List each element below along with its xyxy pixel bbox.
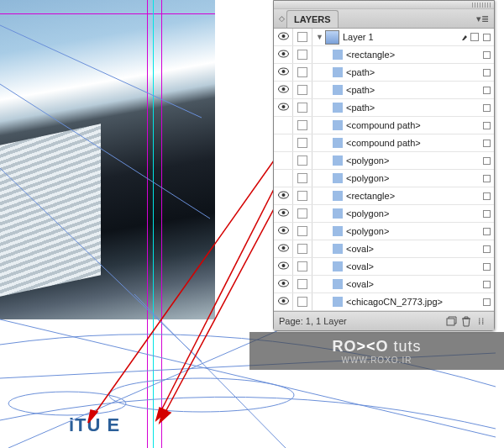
lock-toggle[interactable] — [297, 50, 307, 60]
selection-proxy[interactable] — [479, 281, 494, 288]
layer-row[interactable]: <oval> — [274, 258, 494, 276]
layer-row[interactable]: <path> — [274, 99, 494, 117]
lock-toggle[interactable] — [297, 32, 307, 42]
layer-item-name[interactable]: <compound path> — [346, 120, 460, 130]
selection-proxy[interactable] — [479, 69, 494, 76]
lock-toggle[interactable] — [297, 226, 307, 236]
visibility-icon[interactable] — [278, 279, 289, 289]
layer-row[interactable]: <polygon> — [274, 152, 494, 170]
visibility-icon[interactable] — [278, 67, 289, 77]
layer-item-name[interactable]: <compound path> — [346, 138, 460, 148]
layer-row[interactable]: <polygon> — [274, 205, 494, 223]
lock-toggle[interactable] — [297, 191, 307, 201]
layer-item-name[interactable]: <rectangle> — [346, 191, 460, 201]
lock-toggle[interactable] — [297, 103, 307, 113]
svg-point-9 — [281, 34, 285, 38]
layers-panel: ◇ LAYERS ▾≣ ▼Layer 1 <rectangle><path><p… — [273, 0, 495, 331]
guide-horizontal[interactable] — [0, 13, 215, 14]
sort-icon[interactable]: ◇ — [279, 14, 285, 23]
svg-point-15 — [281, 87, 285, 91]
layer-row[interactable]: <oval> — [274, 240, 494, 258]
layer-item-name[interactable]: <chicagoCN_2773.jpg> — [346, 297, 460, 307]
page-status: Page: 1, 1 Layer — [279, 316, 347, 326]
visibility-icon[interactable] — [278, 208, 289, 219]
lock-toggle[interactable] — [297, 297, 307, 307]
visibility-icon[interactable] — [278, 191, 289, 201]
lock-toggle[interactable] — [297, 244, 307, 254]
layer-row[interactable]: <path> — [274, 82, 494, 99]
selection-proxy[interactable] — [479, 210, 494, 218]
lock-toggle[interactable] — [297, 173, 307, 183]
visibility-icon[interactable] — [278, 226, 289, 236]
visibility-icon[interactable] — [278, 32, 289, 42]
selection-proxy[interactable] — [479, 34, 494, 41]
panel-gripper[interactable] — [274, 1, 494, 9]
svg-point-27 — [281, 193, 285, 197]
layer-item-name[interactable]: <polygon> — [346, 226, 460, 236]
selection-proxy[interactable] — [479, 122, 494, 129]
lock-toggle[interactable] — [297, 279, 307, 289]
layer-item-name[interactable]: <polygon> — [346, 155, 460, 166]
new-layer-button[interactable] — [444, 314, 459, 328]
visibility-icon[interactable] — [278, 261, 289, 271]
svg-point-11 — [281, 52, 285, 55]
selection-proxy[interactable] — [479, 87, 494, 94]
lock-toggle[interactable] — [297, 120, 307, 130]
layer-item-name[interactable]: <polygon> — [346, 173, 460, 183]
lock-toggle[interactable] — [297, 261, 307, 271]
layer-row[interactable]: <compound path> — [274, 134, 494, 152]
layer-item-name[interactable]: <polygon> — [346, 208, 460, 219]
lock-toggle[interactable] — [297, 138, 307, 148]
lock-toggle[interactable] — [297, 67, 307, 77]
selection-proxy[interactable] — [479, 228, 494, 235]
selection-proxy[interactable] — [479, 245, 494, 253]
layer-item-name[interactable]: <oval> — [346, 279, 460, 289]
selection-proxy[interactable] — [479, 192, 494, 200]
layer-row[interactable]: <rectangle> — [274, 187, 494, 205]
layer-item-name[interactable]: <path> — [346, 85, 460, 95]
color-swatch — [333, 138, 343, 148]
layer-item-name[interactable]: <path> — [346, 67, 460, 77]
layer-row[interactable]: <compound path> — [274, 117, 494, 134]
text-frame[interactable]: iTU E — [69, 414, 120, 436]
lock-toggle[interactable] — [297, 155, 307, 166]
document-canvas[interactable]: iTU E — [0, 0, 215, 448]
guide-vertical-2[interactable] — [153, 0, 154, 448]
visibility-icon[interactable] — [278, 103, 289, 113]
selection-proxy[interactable] — [479, 157, 494, 165]
collapse-icon[interactable] — [472, 3, 491, 8]
selection-proxy[interactable] — [479, 140, 494, 147]
layer-row-parent[interactable]: ▼Layer 1 — [274, 29, 494, 46]
layer-item-name[interactable]: <rectangle> — [346, 50, 460, 60]
visibility-icon[interactable] — [278, 297, 289, 307]
lock-toggle[interactable] — [297, 208, 307, 219]
selection-proxy[interactable] — [479, 263, 494, 271]
layer-row[interactable]: <rectangle> — [274, 46, 494, 64]
visibility-icon[interactable] — [278, 85, 289, 95]
visibility-icon[interactable] — [278, 50, 289, 60]
layer-item-name[interactable]: <oval> — [346, 261, 460, 271]
guide-vertical-3[interactable] — [161, 0, 162, 448]
resize-grip-icon[interactable]: ⁞⁞ — [474, 314, 489, 328]
visibility-icon[interactable] — [278, 244, 289, 254]
disclosure-icon[interactable]: ▼ — [316, 33, 322, 41]
delete-layer-button[interactable] — [459, 314, 474, 328]
layer-item-name[interactable]: <path> — [346, 103, 460, 113]
layer-row[interactable]: <polygon> — [274, 223, 494, 240]
layer-row[interactable]: <polygon> — [274, 170, 494, 187]
lock-toggle[interactable] — [297, 85, 307, 95]
layer-item-name[interactable]: <oval> — [346, 244, 460, 254]
selection-proxy[interactable] — [479, 175, 494, 182]
layer-row[interactable]: <oval> — [274, 276, 494, 293]
flyout-menu-icon[interactable]: ▾≣ — [476, 13, 489, 24]
watermark-title: RO><O tuts — [332, 338, 421, 356]
layer-name[interactable]: Layer 1 — [343, 32, 460, 42]
layer-row[interactable]: <path> — [274, 64, 494, 82]
tab-layers[interactable]: LAYERS — [286, 10, 339, 28]
guide-vertical-1[interactable] — [147, 0, 148, 448]
selection-proxy[interactable] — [479, 51, 494, 59]
selection-proxy[interactable] — [479, 298, 494, 306]
selection-proxy[interactable] — [479, 104, 494, 112]
svg-point-17 — [281, 105, 285, 108]
layer-row[interactable]: <chicagoCN_2773.jpg> — [274, 293, 494, 311]
